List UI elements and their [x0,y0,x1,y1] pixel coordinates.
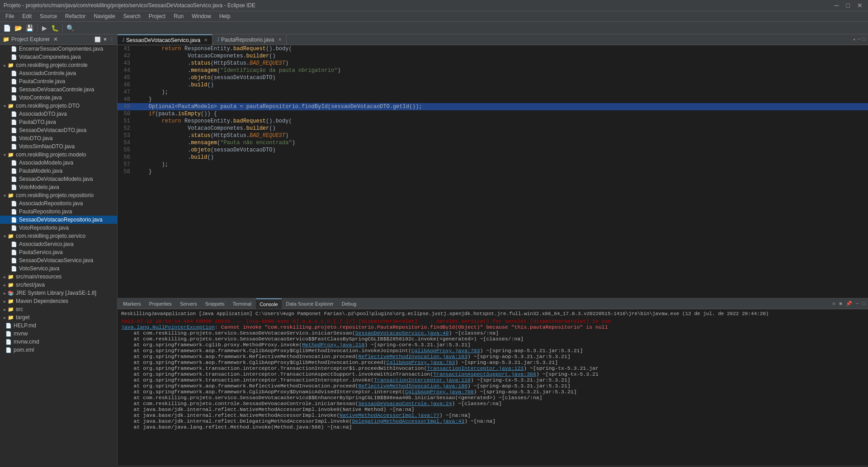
close-button[interactable]: ✕ [855,2,864,9]
stack-link-6[interactable]: CglibAopProxy.java:763 [387,359,455,365]
tree-item[interactable]: ▾ 📁 com.reskilling.projeto.servico [0,232,117,240]
stack-link-4[interactable]: CglibAopProxy.java:793 [411,348,480,354]
tab-markers[interactable]: Markers [119,298,145,309]
tree-item[interactable]: ▸ 📁 src [0,305,117,313]
console-pin-icon[interactable]: 📌 [845,300,853,307]
tab-snippets[interactable]: Snippets [202,298,228,309]
toolbar-save[interactable]: 💾 [24,24,35,33]
pe-menu-icon[interactable]: ⋮ [109,37,114,42]
menu-item-search[interactable]: Search [120,12,144,20]
tree-item[interactable]: ▸ 📁 src/test/java [0,281,117,289]
tree-item[interactable]: 📄 VotoServico.java [0,264,117,273]
tree-arrow-icon: ▸ [4,299,6,304]
tab-console[interactable]: Console [256,298,281,309]
tree-item[interactable]: 📄 HELP.md [0,321,117,330]
tab-pauta-repositorio[interactable]: J PautaRepositorio.java ✕ [212,34,286,45]
tab-properties[interactable]: Properties [146,298,175,309]
toolbar-search[interactable]: 🔍 [65,24,75,33]
project-explorer-close[interactable]: ✕ [53,36,58,42]
tree-item-label: SessaoDeVotacaoRepositorio.java [19,217,103,223]
toolbar-new[interactable]: 📄 [2,24,12,33]
tree-item[interactable]: 📄 SessaoDeVotacaoModelo.java [0,175,117,183]
stack-link-1[interactable]: SessaoDeVotacaoServico.java:49 [355,330,449,336]
tree-item[interactable]: 📄 EncerrarSessaoComponentes.java [0,45,117,53]
tree-item[interactable]: ▾ 📁 com.reskilling.projeto.repositorio [0,191,117,199]
menu-item-source[interactable]: Source [36,12,61,20]
tree-item[interactable]: ▸ 📁 target [0,313,117,321]
menu-item-run[interactable]: Run [170,12,187,20]
console-clear-icon[interactable]: ⊘ [832,300,837,307]
tree-item[interactable]: 📄 mvnw [0,330,117,338]
stack-link-11[interactable]: CglibAopProxy.java:708 [405,389,474,395]
tree-item[interactable]: 📄 PautaServico.java [0,248,117,256]
toolbar-open[interactable]: 📂 [13,24,24,33]
menu-item-project[interactable]: Project [145,12,169,20]
stack-link-8[interactable]: TransactionAspectSupport.java:388 [433,371,536,377]
menu-item-window[interactable]: Window [188,12,215,20]
tree-item[interactable]: 📄 PautaModelo.java [0,167,117,175]
menu-item-file[interactable]: File [2,12,18,20]
pe-filter-icon[interactable]: ▼ [103,37,108,42]
tabs-minimize-icon[interactable]: ─ [857,36,862,43]
tree-item-label: SessaoDeVotacaoModelo.java [19,176,93,182]
console-maximize-icon[interactable]: □ [861,300,866,307]
code-editor[interactable]: 41 return ResponseEntity.badRequest().bo… [118,45,868,298]
tab-terminal[interactable]: Terminal [229,298,255,309]
tree-item[interactable]: ▸ 📁 com.reskilling.projeto.controle [0,61,117,69]
maximize-button[interactable]: □ [844,2,852,9]
tree-item[interactable]: 📄 AssociadoRepositorio.java [0,199,117,208]
toolbar-debug[interactable]: 🐛 [50,24,60,33]
stack-link-9[interactable]: TransactionInterceptor.java:119 [374,377,471,383]
tab-debug[interactable]: Debug [338,298,360,309]
stack-link-13[interactable]: SessaoDeVoacaoControle.java:24 [359,401,452,406]
tree-item[interactable]: 📄 SessaoDeVotacaoServico.java [0,256,117,264]
stack-link-7[interactable]: TransactionInterceptor.java:123 [427,365,524,371]
tree-item-label: Maven Dependencies [16,298,68,304]
toolbar-run[interactable]: ▶ [40,24,49,33]
console-stop-icon[interactable]: ■ [838,300,843,307]
console-minimize-icon[interactable]: ─ [855,300,860,307]
stack-link-15[interactable]: NativeMethodAccessorImpl.java:77 [340,412,439,418]
tree-item[interactable]: ▸ 📁 src/main/resources [0,273,117,281]
tree-item[interactable]: 📄 AssociadoServico.java [0,240,117,248]
tree-item[interactable]: 📄 pom.xml [0,346,117,354]
menu-item-help[interactable]: Help [216,12,234,20]
tree-item[interactable]: ▸ 📚 JRE System Library [JavaSE-1.8] [0,289,117,297]
minimize-button[interactable]: ─ [833,2,841,9]
tree-item[interactable]: 📄 SessaoDeVotacaoRepositorio.java [0,216,117,224]
menu-item-edit[interactable]: Edit [19,12,35,20]
tree-item[interactable]: 📄 SessaoDeVotacaoDTO.java [0,126,117,134]
tab-servers[interactable]: Servers [176,298,201,309]
tree-item[interactable]: ▾ 📁 com.reskilling.projeto.modelo [0,151,117,159]
tab-sessao-servico[interactable]: J SessaoDeVotacaoServico.java ✕ [118,34,212,45]
tree-item[interactable]: 📄 VotosSimNaoDTO.java [0,142,117,151]
tree-item[interactable]: 📄 PautaRepositorio.java [0,208,117,216]
menu-item-refactor[interactable]: Refactor [61,12,89,20]
stack-link-10[interactable]: ReflectiveMethodInvocation.java:186 [359,383,468,389]
tree-item[interactable]: 📄 VotoModelo.java [0,183,117,191]
tab-close-2[interactable]: ✕ [278,37,282,42]
tabs-maximize-icon[interactable]: □ [861,36,866,43]
tree-item[interactable]: ▸ 📁 Maven Dependencies [0,297,117,305]
tabs-menu-icon[interactable]: ▾ [852,36,857,43]
stack-link-16[interactable]: DelegatingMethodAccessorImpl.java:43 [352,418,464,424]
tree-item[interactable]: 📄 SessaoDeVoacaoControle.java [0,85,117,94]
stack-link-5[interactable]: ReflectiveMethodInvocation.java:163 [359,354,468,359]
tree-item[interactable]: 📄 AssociadoModelo.java [0,159,117,167]
stack-link-3[interactable]: MethodProxy.java:218 [302,342,364,348]
tree-item[interactable]: 📄 PautaDTO.java [0,118,117,126]
tree-item[interactable]: 📄 VotoDTO.java [0,134,117,142]
tree-item[interactable]: 📄 AssociadoControle.java [0,69,117,77]
tab-close-1[interactable]: ✕ [204,38,208,42]
tree-item[interactable]: 📄 VotacaoComponetes.java [0,53,117,61]
tree-item[interactable]: 📄 VotoRepositorio.java [0,224,117,232]
pe-collapse-icon[interactable]: ⬜ [94,37,101,42]
tree-item[interactable]: ▾ 📁 com.reskilling.projeto.DTO [0,102,117,110]
tab-datasource[interactable]: Data Source Explorer [283,298,337,309]
npe-link[interactable]: java.lang.NullPointerException [121,324,215,330]
menu-item-navigate[interactable]: Navigate [90,12,118,20]
tree-item[interactable]: 📄 mvnw.cmd [0,338,117,346]
tree-item[interactable]: 📄 PautaControle.java [0,77,117,85]
tree-item[interactable]: 📄 VotoControle.java [0,94,117,102]
tree-item[interactable]: 📄 AssociadoDTO.java [0,110,117,118]
